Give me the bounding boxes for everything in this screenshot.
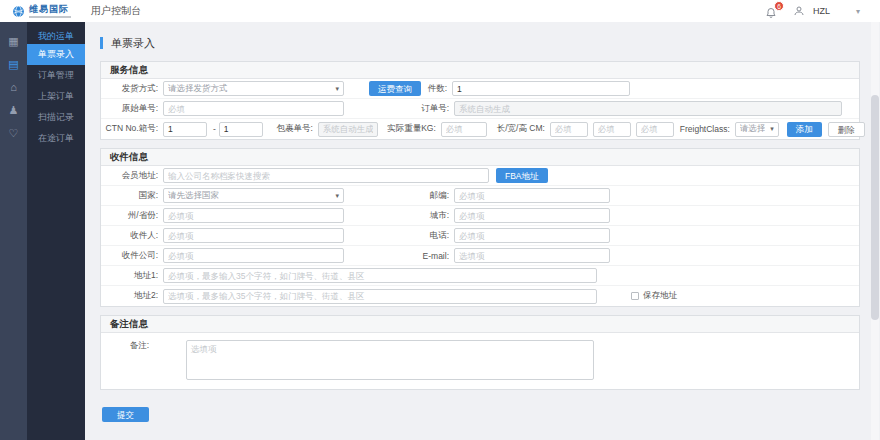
delete-carton-button[interactable]: 删除: [828, 122, 865, 137]
address1-label: 地址1:: [101, 270, 158, 282]
ship-method-label: 发货方式:: [101, 83, 158, 95]
weight-label: 实际重量KG:: [378, 123, 436, 135]
state-label: 州/省份:: [101, 210, 158, 222]
page-title: 单票录入: [100, 37, 880, 49]
email-input[interactable]: [454, 248, 610, 263]
service-section-title: 服务信息: [101, 62, 859, 79]
receiver-input[interactable]: [163, 228, 344, 243]
original-no-input[interactable]: [163, 101, 344, 116]
height-input[interactable]: [636, 122, 674, 137]
sidebar-item-intransit-orders[interactable]: 在途订单: [27, 128, 85, 149]
remark-textarea[interactable]: [186, 340, 594, 380]
notification-badge: 6: [774, 1, 784, 11]
width-input[interactable]: [593, 122, 631, 137]
range-dash: -: [213, 124, 216, 134]
country-label: 国家:: [101, 190, 158, 202]
remark-section-title: 备注信息: [101, 316, 859, 333]
remark-label: 备注:: [101, 340, 149, 352]
chevron-down-icon[interactable]: ▾: [856, 7, 860, 16]
notifications-button[interactable]: 6: [765, 3, 781, 19]
ctn-no-label: CTN No.箱号:: [101, 123, 158, 135]
sidebar-item-shelved-orders[interactable]: 上架订单: [27, 86, 85, 107]
service-info-section: 服务信息 发货方式: 请选择发货方式 ▾ 运费查询 件数: 原始单号: 订单号:…: [100, 61, 860, 140]
address1-input[interactable]: [163, 268, 597, 283]
company-input[interactable]: [163, 248, 344, 263]
order-no-label: 订单号:: [344, 103, 449, 115]
remark-info-section: 备注信息 备注:: [100, 315, 860, 390]
freight-query-button[interactable]: 运费查询: [369, 81, 421, 96]
console-title: 用户控制台: [91, 4, 141, 18]
city-label: 城市:: [344, 210, 449, 222]
receiver-label: 收件人:: [101, 230, 158, 242]
username[interactable]: HZL: [813, 6, 830, 16]
state-city-row: 州/省份: 城市:: [101, 206, 859, 226]
sidebar-item-scan-records[interactable]: 扫描记录: [27, 107, 85, 128]
address1-row: 地址1:: [101, 266, 859, 286]
logo-subline: [29, 16, 71, 18]
ctn-to-input[interactable]: [219, 122, 263, 137]
package-no-input: [318, 122, 378, 137]
recipient-section-title: 收件信息: [101, 149, 859, 166]
save-address-checkbox[interactable]: [631, 292, 639, 300]
address2-row: 地址2: 保存地址: [101, 286, 859, 306]
add-carton-button[interactable]: 添加: [787, 122, 822, 137]
logo-text: 维易国际: [29, 5, 71, 14]
sidebar-group-my-waybills[interactable]: 我的运单: [27, 29, 85, 44]
company-label: 收件公司:: [101, 250, 158, 262]
zip-label: 邮编:: [344, 190, 449, 202]
length-input[interactable]: [550, 122, 588, 137]
original-no-label: 原始单号:: [101, 103, 158, 115]
sidebar-icon-rail: ▦ ▤ ⌂ ♟ ♡: [0, 22, 27, 440]
phone-label: 电话:: [344, 230, 449, 242]
remark-row: 备注:: [101, 333, 859, 389]
logo: 维易国际: [12, 5, 71, 18]
freight-class-label: FreightClass:: [674, 124, 730, 134]
globe-logo-icon: [12, 5, 25, 18]
pieces-input[interactable]: [452, 81, 630, 96]
state-input[interactable]: [163, 208, 344, 223]
waybill-icon[interactable]: ▤: [0, 53, 27, 76]
vertical-scrollbar-thumb[interactable]: [871, 95, 879, 320]
service-icon[interactable]: ♡: [0, 122, 27, 145]
ctn-from-input[interactable]: [163, 122, 207, 137]
warehouse-icon[interactable]: ⌂: [0, 76, 27, 99]
email-label: E-mail:: [344, 251, 449, 261]
zip-input[interactable]: [454, 188, 610, 203]
courier-icon[interactable]: ♟: [0, 99, 27, 122]
member-address-label: 会员地址:: [101, 170, 158, 182]
sidebar-menu: 我的运单 单票录入 订单管理 上架订单 扫描记录 在途订单: [27, 22, 85, 440]
company-email-row: 收件公司: E-mail:: [101, 246, 859, 266]
user-profile-button[interactable]: [793, 5, 805, 17]
country-row: 国家: 请先选择国家 ▾ 邮编:: [101, 186, 859, 206]
address2-label: 地址2:: [101, 290, 158, 302]
dimensions-label: 长/宽/高 CM:: [487, 123, 545, 135]
save-address-label: 保存地址: [643, 290, 677, 302]
fba-address-button[interactable]: FBA地址: [496, 168, 548, 183]
country-select[interactable]: 请先选择国家 ▾: [163, 188, 344, 203]
member-address-input[interactable]: [163, 168, 489, 183]
user-icon: [793, 5, 805, 17]
carton-row: CTN No.箱号: - 包裹单号: 实际重量KG: 长/宽/高 CM: Fre…: [101, 119, 859, 139]
receiver-phone-row: 收件人: 电话:: [101, 226, 859, 246]
order-no-row: 原始单号: 订单号:: [101, 99, 859, 119]
package-no-label: 包裹单号:: [263, 123, 313, 135]
sidebar-item-order-management[interactable]: 订单管理: [27, 65, 85, 86]
recipient-info-section: 收件信息 会员地址: FBA地址 国家: 请先选择国家 ▾ 邮编: 州/省份: …: [100, 148, 860, 307]
member-address-row: 会员地址: FBA地址: [101, 166, 859, 186]
chevron-down-icon: ▾: [770, 125, 774, 133]
city-input[interactable]: [454, 208, 610, 223]
ship-method-select[interactable]: 请选择发货方式 ▾: [163, 81, 344, 96]
weight-input[interactable]: [441, 122, 487, 137]
main-content: 单票录入 服务信息 发货方式: 请选择发货方式 ▾ 运费查询 件数: 原始单号:…: [85, 22, 880, 440]
submit-button[interactable]: 提交: [102, 407, 149, 422]
freight-class-select[interactable]: 请选择 ▾: [735, 122, 779, 137]
address2-input[interactable]: [163, 289, 597, 304]
ship-method-row: 发货方式: 请选择发货方式 ▾ 运费查询 件数:: [101, 79, 859, 99]
chevron-down-icon: ▾: [335, 192, 339, 200]
sidebar-item-single-entry[interactable]: 单票录入: [27, 44, 85, 65]
chevron-down-icon: ▾: [335, 85, 339, 93]
order-no-input: [454, 101, 842, 116]
dashboard-icon[interactable]: ▦: [0, 30, 27, 53]
phone-input[interactable]: [454, 228, 610, 243]
pieces-label: 件数:: [421, 83, 447, 95]
